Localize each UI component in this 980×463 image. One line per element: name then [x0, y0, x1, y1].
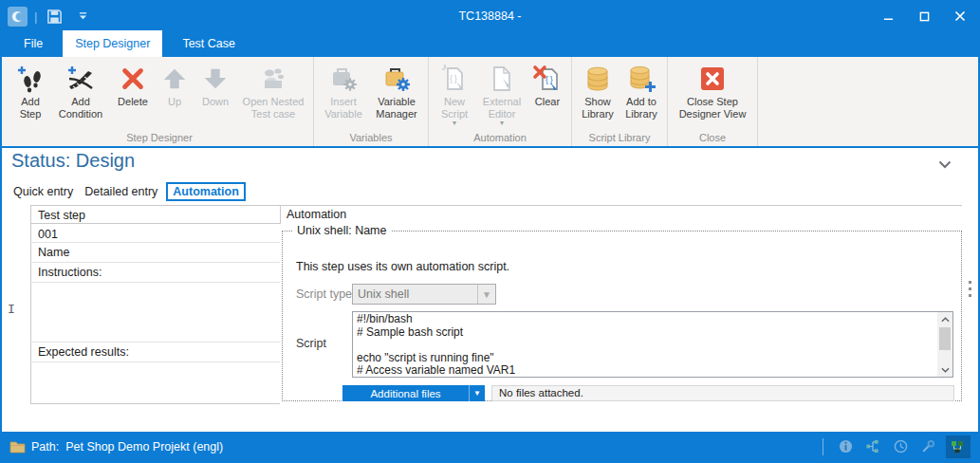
test-step-id-cell[interactable]: 001 [30, 225, 280, 243]
ribbon-tab-bar: File Step Designer Test Case [2, 30, 978, 57]
c-crescent-icon [10, 9, 25, 24]
entry-tab-bar: Quick entry Detailed entry Automation [8, 182, 246, 201]
script-type-value: Unix shell [353, 287, 477, 301]
show-library-label: Show Library [576, 96, 619, 120]
history-icon[interactable] [891, 437, 910, 456]
ribbon-group-script-library: Show Library Add to Library Script Libra… [572, 57, 668, 146]
group-label-automation: Automation [433, 131, 567, 146]
clear-label: Clear [535, 96, 560, 108]
ribbon-group-close: Close Step Designer View Close [668, 57, 758, 146]
column-header-test-step: Test step [30, 206, 280, 224]
script-clear-icon: { } [532, 62, 563, 96]
collapse-chevron-icon[interactable] [938, 156, 952, 173]
add-to-library-label: Add to Library [619, 96, 663, 120]
window-controls [870, 2, 978, 30]
script-editor: #!/bin/bash # Sample bash script echo "s… [352, 311, 953, 378]
additional-files-label: Additional files [342, 388, 469, 399]
close-step-designer-view-button[interactable]: Close Step Designer View [672, 59, 753, 131]
script-scrollbar[interactable] [937, 312, 952, 377]
new-script-label: New Script [433, 96, 476, 120]
titlebar-separator: | [34, 9, 37, 24]
ribbon-group-step-designer: Add Step Add Condition Delete [6, 57, 314, 146]
briefcase-gear-color-icon [381, 62, 412, 96]
splitter-handle[interactable] [969, 281, 971, 297]
automation-group-box: Unix shell: Name This step uses its own … [282, 224, 962, 401]
external-editor-dropdown-icon[interactable]: ▾ [500, 120, 504, 128]
up-button[interactable]: Up [156, 59, 194, 131]
scroll-down-icon[interactable] [937, 362, 952, 377]
tools-icon[interactable] [918, 437, 937, 456]
info-icon[interactable] [836, 437, 855, 456]
hierarchy-icon[interactable] [863, 437, 882, 456]
app-logo-icon[interactable] [8, 7, 28, 27]
down-label: Down [202, 96, 229, 108]
group-label-close: Close [672, 131, 753, 146]
add-condition-button[interactable]: Add Condition [51, 59, 110, 131]
script-type-select[interactable]: Unix shell ▼ [352, 284, 496, 305]
main-area: Status: Design Quick entry Detailed entr… [2, 148, 978, 432]
add-to-library-button[interactable]: Add to Library [619, 59, 663, 131]
status-title: Status: Design [11, 150, 135, 172]
quick-access-dropdown-icon[interactable] [72, 6, 93, 27]
automation-description: This step uses its own automation script… [296, 260, 509, 273]
arrow-down-icon [201, 62, 230, 96]
tab-step-designer[interactable]: Step Designer [63, 30, 162, 57]
new-script-dropdown-icon[interactable]: ▾ [453, 120, 456, 128]
add-step-button[interactable]: Add Step [9, 59, 51, 131]
scrollbar-thumb[interactable] [939, 327, 951, 350]
tab-test-case[interactable]: Test Case [170, 30, 248, 57]
tab-automation[interactable]: Automation [166, 182, 245, 201]
insert-variable-button[interactable]: Insert Variable [318, 59, 369, 131]
close-button[interactable] [942, 2, 978, 30]
text-cursor: I [8, 302, 15, 316]
connection-status-icon[interactable] [946, 435, 971, 458]
test-step-expected-cell[interactable]: Expected results: [30, 343, 280, 362]
minimize-button[interactable] [870, 2, 906, 30]
statusbar-right-icons [823, 435, 971, 458]
maximize-button[interactable] [906, 2, 942, 30]
test-step-instructions-input[interactable] [30, 283, 280, 343]
new-script-button[interactable]: { } New Script ▾ [433, 59, 476, 131]
test-step-instructions-cell[interactable]: Instructions: [30, 263, 280, 283]
window-title: TC138884 - [2, 9, 978, 23]
variable-manager-button[interactable]: Variable Manager [369, 59, 424, 131]
script-textarea[interactable]: #!/bin/bash # Sample bash script echo "s… [353, 312, 937, 377]
ribbon: Add Step Add Condition Delete [2, 57, 978, 148]
tab-file[interactable]: File [11, 30, 55, 57]
additional-files-button[interactable]: Additional files ▼ [342, 385, 485, 401]
open-nested-testcase-button[interactable]: Open Nested Test case [237, 59, 309, 131]
title-bar: | TC138884 - [2, 2, 978, 30]
script-type-label: Script type [296, 287, 352, 301]
script-new-icon: { } [439, 62, 470, 96]
app-window: | TC138884 - File Step Designer Test Cas… [0, 0, 980, 463]
folder-icon [9, 440, 26, 454]
tab-quick-entry[interactable]: Quick entry [8, 183, 79, 200]
save-icon[interactable] [44, 6, 65, 27]
branch-tracks-plus-icon [65, 62, 96, 96]
show-library-button[interactable]: Show Library [576, 59, 619, 131]
tab-detailed-entry[interactable]: Detailed entry [79, 183, 163, 200]
clear-button[interactable]: { } Clear [527, 59, 567, 131]
add-condition-label: Add Condition [51, 96, 110, 120]
nested-testcase-icon [258, 62, 288, 96]
group-label-step-designer: Step Designer [9, 131, 309, 146]
database-icon [582, 62, 613, 96]
open-nested-testcase-label: Open Nested Test case [237, 96, 309, 120]
variable-manager-label: Variable Manager [369, 96, 424, 120]
test-step-expected-input[interactable] [30, 362, 280, 404]
ribbon-group-variables: Insert Variable Variable Manager Variabl… [314, 57, 429, 146]
external-editor-button[interactable]: External Editor ▾ [476, 59, 527, 131]
briefcase-gear-gray-icon [328, 62, 359, 96]
script-type-dropdown-icon: ▼ [477, 285, 495, 304]
additional-files-dropdown-icon: ▼ [469, 385, 485, 401]
test-step-name-cell[interactable]: Name [30, 243, 280, 263]
red-x-icon [119, 62, 147, 96]
group-label-script-library: Script Library [576, 131, 663, 146]
delete-label: Delete [118, 96, 148, 108]
ribbon-group-automation: { } New Script ▾ External Editor ▾ { } [429, 57, 572, 146]
external-editor-label: External Editor [476, 96, 527, 120]
svg-text:{ }: { } [450, 74, 457, 83]
down-button[interactable]: Down [194, 59, 237, 131]
scroll-up-icon[interactable] [937, 312, 952, 326]
delete-button[interactable]: Delete [110, 59, 156, 131]
